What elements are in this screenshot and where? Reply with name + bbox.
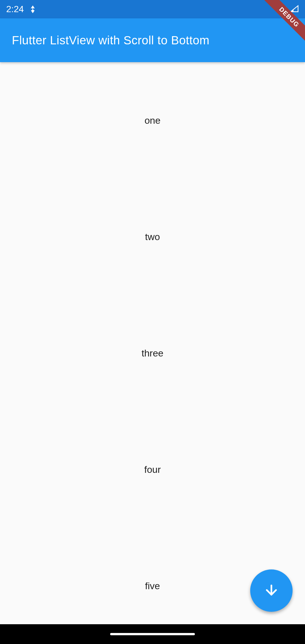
listview[interactable]: one two three four five	[0, 62, 305, 624]
cellular-icon	[290, 5, 299, 14]
list-item-label: two	[145, 231, 160, 242]
status-right	[278, 5, 299, 14]
list-item-label: five	[145, 580, 160, 591]
arrow-down-icon	[263, 582, 279, 599]
scroll-to-bottom-button[interactable]	[250, 569, 293, 612]
list-item: one	[0, 62, 305, 179]
list-item: three	[0, 295, 305, 411]
status-bar: 2:24	[0, 0, 305, 18]
navigation-bar	[0, 624, 305, 644]
wifi-icon	[278, 5, 287, 14]
list-item-label: four	[144, 464, 161, 475]
app-bar: Flutter ListView with Scroll to Bottom	[0, 18, 305, 62]
list-item: four	[0, 411, 305, 528]
status-left: 2:24	[6, 4, 37, 14]
app-title: Flutter ListView with Scroll to Bottom	[12, 34, 210, 47]
content-area: one two three four five	[0, 62, 305, 624]
nav-handle[interactable]	[110, 633, 195, 635]
list-item: two	[0, 179, 305, 295]
list-item-label: one	[145, 115, 161, 126]
list-item-label: three	[141, 348, 164, 359]
location-icon	[29, 5, 37, 13]
status-time: 2:24	[6, 4, 24, 14]
